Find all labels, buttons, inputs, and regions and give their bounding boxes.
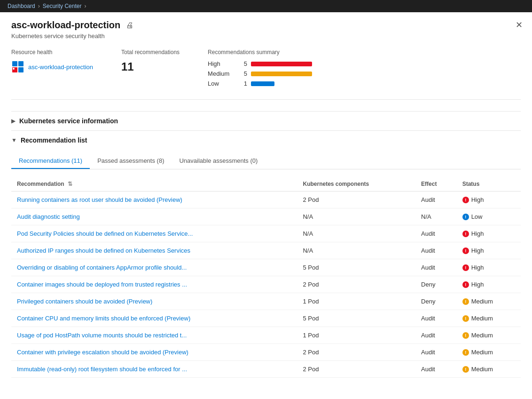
status-badge: ! High — [462, 264, 515, 271]
rec-name[interactable]: Audit diagnostic setting — [17, 213, 80, 220]
table-row: Running containers as root user should b… — [11, 192, 521, 208]
table-row: Authorized IP ranges should be defined o… — [11, 242, 521, 259]
rec-name-cell[interactable]: Container with privilege escalation shou… — [11, 344, 297, 361]
rec-name[interactable]: Authorized IP ranges should be defined o… — [17, 247, 190, 254]
k8s-cell: 5 Pod — [297, 310, 415, 327]
status-cell: ! High — [457, 276, 521, 293]
k8s-cell: 5 Pod — [297, 259, 415, 276]
tab-1[interactable]: Passed assessments (8) — [90, 153, 172, 169]
rec-name-cell[interactable]: Immutable (read-only) root filesystem sh… — [11, 361, 297, 378]
status-cell: ! Medium — [457, 310, 521, 327]
sort-icon[interactable]: ⇅ — [68, 181, 72, 187]
rec-level-label: Low — [208, 80, 236, 87]
severity-label: Medium — [471, 315, 493, 322]
severity-label: High — [471, 230, 484, 237]
rec-name-cell[interactable]: Audit diagnostic setting — [11, 208, 297, 225]
rec-name[interactable]: Container with privilege escalation shou… — [17, 349, 188, 356]
k8s-cell: 2 Pod — [297, 276, 415, 293]
page-title: asc-workload-protection — [11, 20, 120, 31]
total-rec-label: Total recommendations — [121, 49, 180, 56]
close-button[interactable]: ✕ — [516, 20, 523, 30]
rec-bar-row-low: Low 1 — [208, 80, 339, 87]
severity-dot: ! — [462, 197, 469, 203]
rec-summary-label: Recommendations summary — [208, 49, 339, 56]
status-badge: ! Medium — [462, 332, 515, 339]
status-badge: ! Medium — [462, 349, 515, 356]
svg-point-4 — [13, 68, 15, 70]
resource-item: asc-workload-protection — [11, 60, 93, 73]
severity-dot: ! — [462, 247, 469, 254]
rec-name-cell[interactable]: Overriding or disabling of containers Ap… — [11, 259, 297, 276]
rec-name-cell[interactable]: Usage of pod HostPath volume mounts shou… — [11, 327, 297, 344]
rec-name[interactable]: Usage of pod HostPath volume mounts shou… — [17, 332, 187, 339]
breadcrumb-sep-2: › — [84, 3, 86, 9]
resource-name: asc-workload-protection — [28, 64, 93, 71]
rec-name-cell[interactable]: Running containers as root user should b… — [11, 192, 297, 208]
rec-name-cell[interactable]: Pod Security Policies should be defined … — [11, 225, 297, 242]
page-subtitle: Kubernetes service security health — [11, 32, 521, 40]
effect-cell: Deny — [415, 293, 457, 310]
rec-name-cell[interactable]: Container images should be deployed from… — [11, 276, 297, 293]
page-header: asc-workload-protection 🖨 — [11, 20, 521, 31]
status-badge: ! Medium — [462, 366, 515, 373]
recommendation-list: Recommendations (11)Passed assessments (… — [11, 153, 521, 378]
tab-0[interactable]: Recommendations (11) — [11, 153, 90, 169]
severity-dot: ! — [462, 281, 469, 288]
col-status: Status — [457, 177, 521, 192]
table-row: Privileged containers should be avoided … — [11, 293, 521, 310]
chevron-expanded-icon: ▼ — [11, 137, 17, 144]
rec-name[interactable]: Container CPU and memory limits should b… — [17, 315, 190, 322]
rec-name-cell[interactable]: Container CPU and memory limits should b… — [11, 310, 297, 327]
recommendations-table: Recommendation ⇅ Kubernetes components E… — [11, 177, 521, 378]
resource-health-label: Resource health — [11, 49, 93, 56]
k8s-cell: 1 Pod — [297, 327, 415, 344]
rec-bars: High 5 Medium 5 Low 1 — [208, 60, 339, 87]
rec-level-bar — [251, 62, 312, 66]
breadcrumb-dashboard[interactable]: Dashboard — [8, 3, 35, 9]
severity-label: Medium — [471, 366, 493, 373]
kubernetes-info-section[interactable]: ▶ Kubernetes service information — [11, 111, 521, 130]
rec-name[interactable]: Privileged containers should be avoided … — [17, 298, 152, 305]
breadcrumb-security-center[interactable]: Security Center — [43, 3, 82, 9]
severity-dot: ! — [462, 264, 469, 271]
k8s-cell: N/A — [297, 225, 415, 242]
summary-row: Resource health asc-workload-protection … — [11, 49, 521, 100]
main-content: ✕ asc-workload-protection 🖨 Kubernetes s… — [0, 12, 532, 385]
status-badge: ! High — [462, 281, 515, 288]
recommendation-list-section[interactable]: ▼ Recommendation list — [11, 130, 521, 150]
rec-level-bar — [251, 81, 274, 86]
tabs-container: Recommendations (11)Passed assessments (… — [11, 153, 521, 169]
status-badge: ! High — [462, 196, 515, 203]
k8s-cell: N/A — [297, 208, 415, 225]
k8s-cell: 2 Pod — [297, 192, 415, 208]
recommendations-summary-section: Recommendations summary High 5 Medium 5 … — [208, 49, 339, 90]
print-icon[interactable]: 🖨 — [126, 21, 133, 30]
svg-rect-3 — [18, 67, 23, 72]
effect-cell: Audit — [415, 242, 457, 259]
severity-label: Medium — [471, 349, 493, 356]
rec-name[interactable]: Immutable (read-only) root filesystem sh… — [17, 366, 187, 373]
rec-name[interactable]: Container images should be deployed from… — [17, 281, 187, 288]
rec-name[interactable]: Overriding or disabling of containers Ap… — [17, 264, 187, 271]
breadcrumb-sep-1: › — [38, 3, 40, 9]
rec-name-cell[interactable]: Privileged containers should be avoided … — [11, 293, 297, 310]
k8s-cell: 2 Pod — [297, 361, 415, 378]
table-body: Running containers as root user should b… — [11, 192, 521, 378]
effect-cell: N/A — [415, 208, 457, 225]
status-cell: ! Low — [457, 208, 521, 225]
effect-cell: Audit — [415, 344, 457, 361]
status-badge: ! High — [462, 230, 515, 237]
severity-dot: ! — [462, 315, 469, 322]
rec-name-cell[interactable]: Authorized IP ranges should be defined o… — [11, 242, 297, 259]
status-cell: ! Medium — [457, 293, 521, 310]
tab-2[interactable]: Unavailable assessments (0) — [172, 153, 265, 169]
status-cell: ! High — [457, 259, 521, 276]
rec-level-label: High — [208, 60, 236, 67]
status-badge: ! Medium — [462, 315, 515, 322]
severity-label: High — [471, 196, 484, 203]
table-row: Audit diagnostic setting N/A N/A ! Low — [11, 208, 521, 225]
rec-level-bar — [251, 72, 312, 76]
rec-name[interactable]: Pod Security Policies should be defined … — [17, 230, 193, 237]
status-badge: ! Low — [462, 213, 515, 220]
rec-name[interactable]: Running containers as root user should b… — [17, 196, 182, 203]
